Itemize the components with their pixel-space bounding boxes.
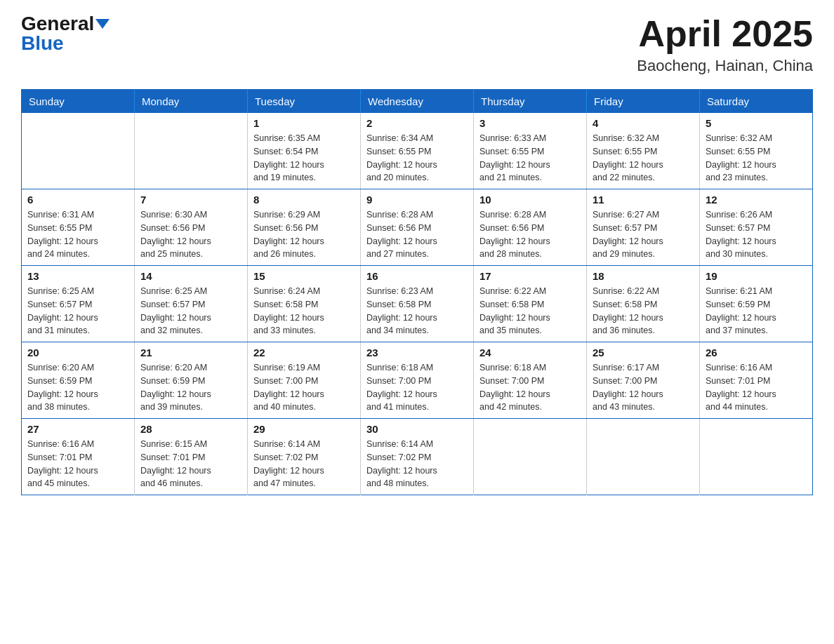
calendar-day-cell: 1Sunrise: 6:35 AMSunset: 6:54 PMDaylight… [248,113,361,189]
calendar-day-cell: 24Sunrise: 6:18 AMSunset: 7:00 PMDayligh… [474,342,587,419]
day-info: Sunrise: 6:32 AMSunset: 6:55 PMDaylight:… [593,132,694,185]
calendar-week-row: 27Sunrise: 6:16 AMSunset: 7:01 PMDayligh… [22,419,813,495]
calendar-day-cell: 6Sunrise: 6:31 AMSunset: 6:55 PMDaylight… [22,189,135,266]
day-number: 10 [479,194,581,206]
day-number: 15 [253,270,355,282]
day-info: Sunrise: 6:14 AMSunset: 7:02 PMDaylight:… [366,438,468,490]
logo-triangle-icon [95,19,110,29]
day-number: 24 [479,347,581,358]
day-number: 12 [706,194,807,206]
calendar-day-cell: 11Sunrise: 6:27 AMSunset: 6:57 PMDayligh… [587,189,700,266]
day-info: Sunrise: 6:33 AMSunset: 6:55 PMDaylight:… [479,132,581,185]
calendar-day-cell [474,419,587,495]
calendar-day-cell: 13Sunrise: 6:25 AMSunset: 6:57 PMDayligh… [22,266,135,342]
logo: General Blue [21,14,110,53]
calendar-day-cell: 16Sunrise: 6:23 AMSunset: 6:58 PMDayligh… [361,266,474,342]
calendar-week-row: 1Sunrise: 6:35 AMSunset: 6:54 PMDaylight… [22,113,813,189]
calendar-title: April 2025 [637,14,813,54]
calendar-day-cell: 12Sunrise: 6:26 AMSunset: 6:57 PMDayligh… [700,189,813,266]
day-info: Sunrise: 6:19 AMSunset: 7:00 PMDaylight:… [253,361,355,414]
calendar-day-header: Friday [587,90,700,114]
calendar-day-header: Monday [135,90,248,114]
day-number: 3 [479,117,581,129]
day-info: Sunrise: 6:27 AMSunset: 6:57 PMDaylight:… [593,208,694,261]
day-info: Sunrise: 6:18 AMSunset: 7:00 PMDaylight:… [479,361,581,414]
calendar-day-cell [587,419,700,495]
calendar-day-cell [700,419,813,495]
day-number: 30 [366,423,468,435]
day-info: Sunrise: 6:20 AMSunset: 6:59 PMDaylight:… [140,361,241,414]
day-info: Sunrise: 6:21 AMSunset: 6:59 PMDaylight:… [706,285,807,337]
calendar-day-cell: 27Sunrise: 6:16 AMSunset: 7:01 PMDayligh… [22,419,135,495]
day-number: 25 [593,347,694,358]
calendar-day-cell: 29Sunrise: 6:14 AMSunset: 7:02 PMDayligh… [248,419,361,495]
day-number: 19 [706,270,807,282]
calendar-day-cell: 19Sunrise: 6:21 AMSunset: 6:59 PMDayligh… [700,266,813,342]
day-info: Sunrise: 6:16 AMSunset: 7:01 PMDaylight:… [706,361,807,414]
calendar-day-cell: 8Sunrise: 6:29 AMSunset: 6:56 PMDaylight… [248,189,361,266]
calendar-day-cell: 5Sunrise: 6:32 AMSunset: 6:55 PMDaylight… [700,113,813,189]
calendar-day-cell: 4Sunrise: 6:32 AMSunset: 6:55 PMDaylight… [587,113,700,189]
calendar-day-cell: 15Sunrise: 6:24 AMSunset: 6:58 PMDayligh… [248,266,361,342]
day-info: Sunrise: 6:29 AMSunset: 6:56 PMDaylight:… [253,208,355,261]
day-number: 26 [706,347,807,358]
calendar-day-cell: 23Sunrise: 6:18 AMSunset: 7:00 PMDayligh… [361,342,474,419]
calendar-day-cell: 28Sunrise: 6:15 AMSunset: 7:01 PMDayligh… [135,419,248,495]
day-info: Sunrise: 6:23 AMSunset: 6:58 PMDaylight:… [366,285,468,337]
calendar-day-cell: 30Sunrise: 6:14 AMSunset: 7:02 PMDayligh… [361,419,474,495]
calendar-day-cell: 14Sunrise: 6:25 AMSunset: 6:57 PMDayligh… [135,266,248,342]
day-number: 7 [140,194,241,206]
page-header: General Blue April 2025 Baocheng, Hainan… [21,14,813,75]
day-info: Sunrise: 6:32 AMSunset: 6:55 PMDaylight:… [706,132,807,185]
day-number: 28 [140,423,241,435]
title-block: April 2025 Baocheng, Hainan, China [637,14,813,75]
day-number: 11 [593,194,694,206]
day-info: Sunrise: 6:26 AMSunset: 6:57 PMDaylight:… [706,208,807,261]
day-number: 1 [253,117,355,129]
day-number: 23 [366,347,468,358]
calendar-day-cell: 20Sunrise: 6:20 AMSunset: 6:59 PMDayligh… [22,342,135,419]
day-info: Sunrise: 6:31 AMSunset: 6:55 PMDaylight:… [27,208,128,261]
calendar-day-cell [22,113,135,189]
calendar-day-cell: 9Sunrise: 6:28 AMSunset: 6:56 PMDaylight… [361,189,474,266]
calendar-day-cell: 26Sunrise: 6:16 AMSunset: 7:01 PMDayligh… [700,342,813,419]
calendar-day-cell: 22Sunrise: 6:19 AMSunset: 7:00 PMDayligh… [248,342,361,419]
day-number: 14 [140,270,241,282]
logo-blue-text: Blue [21,34,64,53]
calendar-day-header: Saturday [700,90,813,114]
calendar-week-row: 6Sunrise: 6:31 AMSunset: 6:55 PMDaylight… [22,189,813,266]
calendar-week-row: 13Sunrise: 6:25 AMSunset: 6:57 PMDayligh… [22,266,813,342]
calendar-day-cell: 18Sunrise: 6:22 AMSunset: 6:58 PMDayligh… [587,266,700,342]
day-number: 8 [253,194,355,206]
day-info: Sunrise: 6:14 AMSunset: 7:02 PMDaylight:… [253,438,355,490]
day-info: Sunrise: 6:34 AMSunset: 6:55 PMDaylight:… [366,132,468,185]
day-number: 20 [27,347,128,358]
calendar-day-header: Wednesday [361,90,474,114]
day-info: Sunrise: 6:15 AMSunset: 7:01 PMDaylight:… [140,438,241,490]
calendar-header-row: SundayMondayTuesdayWednesdayThursdayFrid… [22,90,813,114]
calendar-day-cell: 17Sunrise: 6:22 AMSunset: 6:58 PMDayligh… [474,266,587,342]
day-info: Sunrise: 6:22 AMSunset: 6:58 PMDaylight:… [593,285,694,337]
day-info: Sunrise: 6:28 AMSunset: 6:56 PMDaylight:… [366,208,468,261]
day-info: Sunrise: 6:17 AMSunset: 7:00 PMDaylight:… [593,361,694,414]
day-number: 9 [366,194,468,206]
day-info: Sunrise: 6:24 AMSunset: 6:58 PMDaylight:… [253,285,355,337]
day-number: 22 [253,347,355,358]
calendar-table: SundayMondayTuesdayWednesdayThursdayFrid… [21,89,813,495]
day-number: 2 [366,117,468,129]
day-info: Sunrise: 6:28 AMSunset: 6:56 PMDaylight:… [479,208,581,261]
day-info: Sunrise: 6:25 AMSunset: 6:57 PMDaylight:… [140,285,241,337]
day-info: Sunrise: 6:35 AMSunset: 6:54 PMDaylight:… [253,132,355,185]
calendar-day-cell: 21Sunrise: 6:20 AMSunset: 6:59 PMDayligh… [135,342,248,419]
day-info: Sunrise: 6:30 AMSunset: 6:56 PMDaylight:… [140,208,241,261]
calendar-day-header: Sunday [22,90,135,114]
day-info: Sunrise: 6:16 AMSunset: 7:01 PMDaylight:… [27,438,128,490]
day-number: 17 [479,270,581,282]
day-number: 13 [27,270,128,282]
day-number: 18 [593,270,694,282]
day-number: 27 [27,423,128,435]
day-info: Sunrise: 6:22 AMSunset: 6:58 PMDaylight:… [479,285,581,337]
day-number: 16 [366,270,468,282]
day-info: Sunrise: 6:25 AMSunset: 6:57 PMDaylight:… [27,285,128,337]
day-number: 6 [27,194,128,206]
